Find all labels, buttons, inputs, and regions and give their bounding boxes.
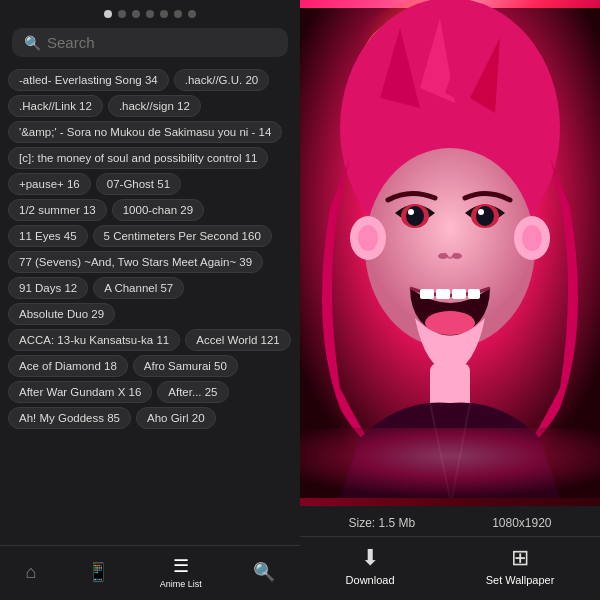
tag-row: 11 Eyes 455 Centimeters Per Second 160	[8, 225, 292, 247]
search-input[interactable]	[47, 34, 276, 51]
svg-rect-23	[436, 289, 450, 299]
tag-item[interactable]: ACCA: 13-ku Kansatsu-ka 11	[8, 329, 180, 351]
svg-point-19	[478, 209, 484, 215]
tag-item[interactable]: Afro Samurai 50	[133, 355, 238, 377]
tag-item[interactable]: Aho Girl 20	[136, 407, 216, 429]
tag-row: 77 (Sevens) ~And, Two Stars Meet Again~ …	[8, 251, 292, 273]
right-panel: Size: 1.5 Mb 1080x1920 ⬇ Download ⊞ Set …	[300, 0, 600, 600]
tag-row: Ah! My Goddess 85Aho Girl 20	[8, 407, 292, 429]
search-bar[interactable]: 🔍	[12, 28, 288, 57]
tag-item[interactable]: +pause+ 16	[8, 173, 91, 195]
tag-row: ACCA: 13-ku Kansatsu-ka 11Accel World 12…	[8, 329, 292, 351]
size-info: Size: 1.5 Mb	[348, 516, 415, 530]
tag-item[interactable]: Accel World 121	[185, 329, 291, 351]
home-icon: ⌂	[25, 562, 36, 583]
download-icon: ⬇	[361, 545, 379, 571]
tag-row: '&amp;' - Sora no Mukou de Sakimasu you …	[8, 121, 292, 143]
list-icon: ☰	[173, 555, 189, 577]
tag-item[interactable]: -atled- Everlasting Song 34	[8, 69, 169, 91]
tag-item[interactable]: 5 Centimeters Per Second 160	[93, 225, 272, 247]
download-label: Download	[346, 574, 395, 586]
svg-point-21	[452, 253, 462, 259]
nav-anime-list-label: Anime List	[160, 579, 202, 589]
nav-search[interactable]: 🔍	[253, 561, 275, 583]
dot-4[interactable]	[146, 10, 154, 18]
set-wallpaper-label: Set Wallpaper	[486, 574, 555, 586]
search-icon: 🔍	[24, 35, 41, 51]
tag-item[interactable]: 11 Eyes 45	[8, 225, 88, 247]
svg-rect-28	[300, 428, 600, 498]
tag-item[interactable]: .hack//sign 12	[108, 95, 201, 117]
tag-item[interactable]: After War Gundam X 16	[8, 381, 152, 403]
tag-row: .Hack//Link 12.hack//sign 12	[8, 95, 292, 117]
dot-3[interactable]	[132, 10, 140, 18]
tag-item[interactable]: 07-Ghost 51	[96, 173, 181, 195]
svg-rect-25	[468, 289, 480, 299]
dot-2[interactable]	[118, 10, 126, 18]
svg-point-12	[358, 225, 378, 251]
tag-item[interactable]: .hack//G.U. 20	[174, 69, 270, 91]
info-bar: Size: 1.5 Mb 1080x1920 ⬇ Download ⊞ Set …	[300, 506, 600, 600]
tag-row: -atled- Everlasting Song 34.hack//G.U. 2…	[8, 69, 292, 91]
tag-row: +pause+ 1607-Ghost 51	[8, 173, 292, 195]
action-row: ⬇ Download ⊞ Set Wallpaper	[300, 536, 600, 600]
tag-item[interactable]: 77 (Sevens) ~And, Two Stars Meet Again~ …	[8, 251, 263, 273]
anime-image	[300, 0, 600, 506]
tag-item[interactable]: [c]: the money of soul and possibility c…	[8, 147, 268, 169]
tag-item[interactable]: 1/2 summer 13	[8, 199, 107, 221]
tag-row: 91 Days 12A Channel 57	[8, 277, 292, 299]
svg-point-20	[438, 253, 448, 259]
left-panel: 🔍 -atled- Everlasting Song 34.hack//G.U.…	[0, 0, 300, 600]
svg-point-15	[406, 206, 424, 226]
svg-rect-24	[452, 289, 466, 299]
nav-home[interactable]: ⌂	[25, 562, 36, 583]
tag-item[interactable]: A Channel 57	[93, 277, 184, 299]
tag-item[interactable]: 1000-chan 29	[112, 199, 204, 221]
set-wallpaper-button[interactable]: ⊞ Set Wallpaper	[466, 541, 575, 590]
tag-item[interactable]: .Hack//Link 12	[8, 95, 103, 117]
tag-list: -atled- Everlasting Song 34.hack//G.U. 2…	[0, 65, 300, 545]
tag-row: Absolute Duo 29	[8, 303, 292, 325]
nav-search-icon: 🔍	[253, 561, 275, 583]
tag-row: 1/2 summer 131000-chan 29	[8, 199, 292, 221]
info-row: Size: 1.5 Mb 1080x1920	[300, 516, 600, 536]
nav-anime-list[interactable]: ☰ Anime List	[160, 555, 202, 589]
svg-rect-22	[420, 289, 434, 299]
pagination-dots	[0, 0, 300, 24]
dot-5[interactable]	[160, 10, 168, 18]
bottom-nav: ⌂ 📱 ☰ Anime List 🔍	[0, 545, 300, 600]
dot-1[interactable]	[104, 10, 112, 18]
tag-row: [c]: the money of soul and possibility c…	[8, 147, 292, 169]
dot-6[interactable]	[174, 10, 182, 18]
svg-point-13	[522, 225, 542, 251]
tag-item[interactable]: Ah! My Goddess 85	[8, 407, 131, 429]
nav-phone[interactable]: 📱	[87, 561, 109, 583]
svg-point-18	[476, 206, 494, 226]
tag-item[interactable]: Absolute Duo 29	[8, 303, 115, 325]
tag-item[interactable]: Ace of Diamond 18	[8, 355, 128, 377]
download-button[interactable]: ⬇ Download	[326, 541, 415, 590]
dot-7[interactable]	[188, 10, 196, 18]
wallpaper-icon: ⊞	[511, 545, 529, 571]
phone-icon: 📱	[87, 561, 109, 583]
svg-point-16	[408, 209, 414, 215]
tag-item[interactable]: 91 Days 12	[8, 277, 88, 299]
tag-item[interactable]: '&amp;' - Sora no Mukou de Sakimasu you …	[8, 121, 282, 143]
tag-row: After War Gundam X 16After... 25	[8, 381, 292, 403]
resolution-info: 1080x1920	[492, 516, 551, 530]
tag-item[interactable]: After... 25	[157, 381, 228, 403]
tag-row: Ace of Diamond 18Afro Samurai 50	[8, 355, 292, 377]
